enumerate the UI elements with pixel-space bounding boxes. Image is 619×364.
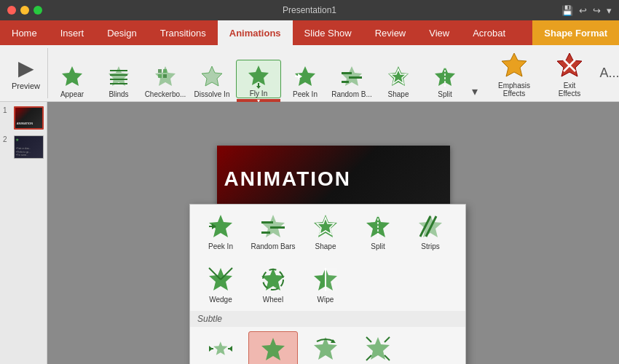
tab-design[interactable]: Design xyxy=(95,20,148,45)
svg-rect-8 xyxy=(163,69,167,73)
slide-panel: 1 ANIMATION 2 ★ • Fast or slow... • Pref… xyxy=(0,102,47,364)
dd-shape[interactable]: Shape xyxy=(301,209,350,253)
anim-shape[interactable]: Shape xyxy=(376,61,421,98)
slide-1-thumb[interactable]: ANIMATION xyxy=(14,106,44,130)
save-icon[interactable]: 💾 xyxy=(561,5,573,16)
anim-blinds[interactable]: Blinds xyxy=(96,61,141,98)
minimize-button[interactable] xyxy=(20,6,29,15)
star-badge: ★ xyxy=(15,137,19,142)
preview-icon: ▶ xyxy=(18,56,34,80)
svg-marker-55 xyxy=(213,341,227,355)
undo-icon[interactable]: ↩ xyxy=(579,5,587,16)
traffic-lights xyxy=(7,6,42,15)
app-title: Presentation1 xyxy=(283,5,336,15)
dd-wedge[interactable]: Wedge xyxy=(196,262,245,306)
more-icon[interactable]: ▾ xyxy=(607,5,612,16)
svg-line-65 xyxy=(385,337,390,342)
tab-insert[interactable]: Insert xyxy=(49,20,96,45)
svg-rect-9 xyxy=(158,74,162,78)
slide-2-thumb[interactable]: ★ • Fast or slow... • Prefer to go... • … xyxy=(14,135,44,159)
svg-line-66 xyxy=(366,355,371,360)
svg-rect-20 xyxy=(342,72,352,74)
dd-faded-zoom[interactable]: Faded Zoom xyxy=(353,331,403,364)
dd-wipe[interactable]: Wipe xyxy=(301,262,350,306)
exit-effects-btn[interactable]: ExitEffects xyxy=(543,47,596,100)
dropdown-section-subtle: Subtle xyxy=(190,311,465,327)
title-bar: 💾 ↩ ↪ ▾ Presentation1 xyxy=(0,0,619,20)
svg-rect-39 xyxy=(261,232,270,234)
dd-expand[interactable]: Expand xyxy=(196,331,245,364)
slide-thumb-2[interactable]: 2 ★ • Fast or slow... • Prefer to go... … xyxy=(3,135,44,159)
dropdown-grid-entrance-cont2: Wedge Wheel xyxy=(190,258,465,311)
slide-thumb-1[interactable]: 1 ANIMATION xyxy=(3,106,44,130)
slide-animation-text: ANIMATION xyxy=(224,167,352,191)
main-area: 1 ANIMATION 2 ★ • Fast or slow... • Pref… xyxy=(0,102,619,364)
svg-marker-15 xyxy=(256,86,261,89)
preview-label: Preview xyxy=(12,82,40,90)
dropdown-grid-entrance-cont: Peek In Random Bars xyxy=(190,205,465,258)
more-icon: A... xyxy=(600,66,620,81)
ribbon-toolbar: ▶ Preview Appear Blinds xyxy=(0,45,619,102)
svg-marker-60 xyxy=(261,338,285,360)
exit-label: ExitEffects xyxy=(559,82,580,98)
emphasis-label: EmphasisEffects xyxy=(498,82,530,98)
tab-view[interactable]: View xyxy=(417,20,461,45)
maximize-button[interactable] xyxy=(33,6,42,15)
animation-gallery: Appear Blinds Checkerbo... xyxy=(50,48,481,98)
dd-faded-swivel[interactable]: Faded Swivel xyxy=(301,331,350,364)
svg-rect-10 xyxy=(163,74,167,78)
svg-marker-0 xyxy=(62,66,82,86)
tab-shape-format[interactable]: Shape Format xyxy=(532,20,619,45)
svg-rect-37 xyxy=(261,221,273,223)
animation-dropdown: Peek In Random Bars xyxy=(189,204,466,364)
dd-fade[interactable]: Fade xyxy=(248,331,298,364)
ribbon-tabs: Home Insert Design Transitions Animation… xyxy=(0,20,619,45)
tab-acrobat[interactable]: Acrobat xyxy=(461,20,517,45)
more-effects-btn[interactable]: A... xyxy=(599,63,619,84)
tab-slideshow[interactable]: Slide Show xyxy=(293,20,363,45)
dd-randombars[interactable]: Random Bars xyxy=(248,209,298,253)
svg-rect-21 xyxy=(349,76,362,79)
dd-split[interactable]: Split xyxy=(353,209,403,253)
effects-section: EmphasisEffects ExitEffects A... xyxy=(482,48,619,98)
gallery-scroll-btn[interactable]: ▾ xyxy=(469,84,481,98)
svg-marker-50 xyxy=(261,268,285,290)
svg-rect-7 xyxy=(158,69,162,73)
tab-review[interactable]: Review xyxy=(363,20,418,45)
svg-marker-1 xyxy=(109,66,129,86)
dd-peekin[interactable]: Peek In xyxy=(196,209,245,253)
toolbar-icons: 💾 ↩ ↪ ▾ xyxy=(561,5,612,16)
svg-line-64 xyxy=(366,337,371,342)
slide-view: ANIMATION • Fast or slow makes a big dif… xyxy=(47,102,619,364)
exit-icon xyxy=(553,50,586,82)
svg-rect-38 xyxy=(270,226,285,229)
emphasis-effects-btn[interactable]: EmphasisEffects xyxy=(488,47,540,100)
tab-animations[interactable]: Animations xyxy=(218,20,293,45)
anim-split[interactable]: Split xyxy=(422,61,468,98)
dropdown-scroll[interactable]: Peek In Random Bars xyxy=(190,205,465,364)
svg-line-67 xyxy=(385,355,390,360)
svg-rect-54 xyxy=(326,268,337,291)
svg-marker-13 xyxy=(248,66,269,85)
preview-section[interactable]: ▶ Preview xyxy=(4,48,48,98)
dropdown-grid-subtle: Expand Fade Faded Sw xyxy=(190,327,465,364)
svg-marker-59 xyxy=(229,346,232,352)
anim-checkerboard[interactable]: Checkerbo... xyxy=(143,61,188,98)
tab-home[interactable]: Home xyxy=(0,20,49,45)
anim-randombars[interactable]: Random B... xyxy=(329,61,374,98)
svg-marker-36 xyxy=(261,215,285,237)
tab-transitions[interactable]: Transitions xyxy=(149,20,218,45)
anim-dissolve[interactable]: Dissolve In xyxy=(189,61,234,98)
anim-flyin[interactable]: Fly In ▾ xyxy=(236,60,281,98)
svg-rect-22 xyxy=(342,81,349,83)
anim-peekin[interactable]: Peek In xyxy=(283,61,328,98)
dd-wheel[interactable]: Wheel xyxy=(248,262,298,306)
close-button[interactable] xyxy=(7,6,16,15)
anim-appear[interactable]: Appear xyxy=(50,61,95,98)
redo-icon[interactable]: ↪ xyxy=(593,5,601,16)
svg-marker-58 xyxy=(209,346,213,352)
emphasis-icon xyxy=(498,50,530,82)
dd-strips[interactable]: Strips xyxy=(406,209,455,253)
